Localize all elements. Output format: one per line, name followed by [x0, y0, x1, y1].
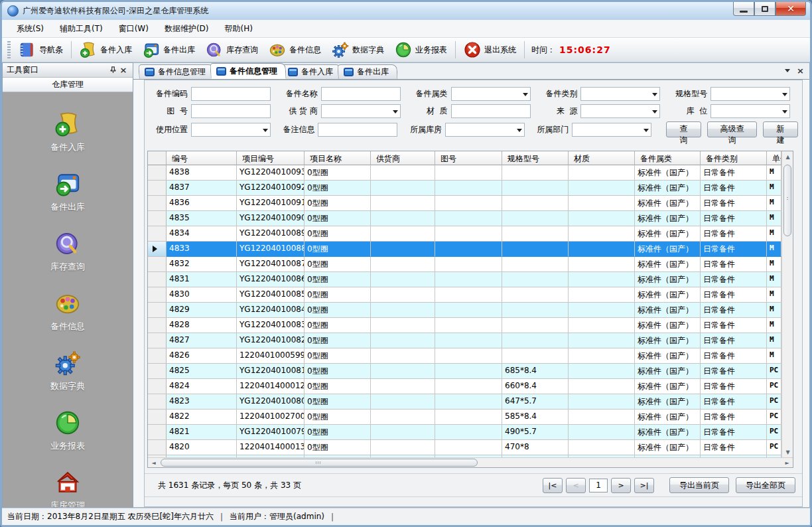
- sidebar-item-parts-inbound[interactable]: 备件入库: [50, 111, 85, 153]
- figure-no-input[interactable]: [191, 104, 271, 118]
- remark-input[interactable]: [318, 123, 397, 137]
- row-selector-cell[interactable]: [148, 196, 167, 211]
- toolbar-parts-info-button[interactable]: 备件信息: [263, 39, 326, 60]
- table-row[interactable]: 4831 YG12204010086 0型圈 标准件（国产） 日常备件 M: [148, 272, 781, 287]
- row-selector-cell[interactable]: [148, 425, 167, 440]
- close-button[interactable]: ✕: [776, 2, 806, 16]
- menu-window[interactable]: 窗口(W): [111, 21, 157, 37]
- sidebar-item-data-dictionary[interactable]: 数据字典: [50, 350, 85, 392]
- table-row[interactable]: 4830 YG12204010085 0型圈 标准件（国产） 日常备件 M: [148, 287, 781, 303]
- row-selector-cell[interactable]: [148, 181, 167, 196]
- new-button[interactable]: 新建: [763, 121, 798, 137]
- column-header-figure-no[interactable]: 图号: [435, 151, 502, 165]
- row-selector-cell[interactable]: [148, 333, 167, 348]
- row-selector-cell[interactable]: [148, 287, 167, 303]
- table-row[interactable]: 4822 1220401002700 0型圈 585*8.4 标准件（国产） 日…: [148, 410, 781, 425]
- column-header-category[interactable]: 备件属类: [635, 151, 701, 165]
- pin-icon[interactable]: [107, 65, 118, 76]
- toolbar-parts-outbound-button[interactable]: 备件出库: [137, 39, 200, 60]
- row-selector-cell[interactable]: [148, 410, 167, 425]
- column-header-unit[interactable]: 单位: [767, 151, 781, 165]
- column-header-supplier[interactable]: 供货商: [371, 151, 435, 165]
- table-row[interactable]: 4832 YG12204010087 0型圈 标准件（国产） 日常备件 M: [148, 257, 781, 272]
- toolbar-data-dictionary-button[interactable]: 数据字典: [326, 39, 389, 60]
- part-type-select[interactable]: [580, 87, 660, 101]
- minimize-button[interactable]: [733, 2, 754, 16]
- sidebar-item-parts-info[interactable]: 备件信息: [50, 290, 85, 333]
- row-selector-cell[interactable]: [148, 257, 167, 272]
- toolbar-business-report-button[interactable]: 业务报表: [389, 39, 452, 60]
- tab-close-icon[interactable]: ×: [797, 66, 804, 75]
- part-name-input[interactable]: [321, 87, 401, 101]
- vertical-scrollbar[interactable]: ▲ ▼: [781, 151, 793, 457]
- sidebar-item-warehouse-manage[interactable]: 库房管理: [50, 469, 85, 507]
- row-selector-cell[interactable]: [148, 242, 167, 257]
- table-row[interactable]: 4821 YG12204010079 0型圈 490*5.7 标准件（国产） 日…: [148, 425, 781, 440]
- column-header-project-name[interactable]: 项目名称: [304, 151, 371, 165]
- advanced-query-button[interactable]: 高级查询: [707, 121, 758, 137]
- horizontal-scrollbar-thumb[interactable]: [161, 459, 478, 467]
- tab-parts-outbound[interactable]: 备件出库: [337, 64, 397, 79]
- use-position-select[interactable]: [191, 123, 271, 137]
- tab-list-dropdown-icon[interactable]: [785, 69, 790, 72]
- table-row[interactable]: 4828 YG12204010083 0型圈 标准件（国产） 日常备件 M: [148, 318, 781, 333]
- part-code-input[interactable]: [191, 87, 271, 101]
- table-row[interactable]: 4835 YG12204010090 0型圈 标准件（国产） 日常备件 M: [148, 211, 781, 226]
- table-row[interactable]: 4833 YG12204010088 0型圈 标准件（国产） 日常备件 M: [148, 242, 781, 257]
- toolbar-exit-button[interactable]: 退出系统: [458, 39, 521, 60]
- table-row[interactable]: 4838 YG12204010093 0型圈 标准件（国产） 日常备件 M: [148, 165, 781, 181]
- table-row[interactable]: 4825 YG12204010081 0型圈 685*8.4 标准件（国产） 日…: [148, 364, 781, 379]
- query-button[interactable]: 查询: [666, 121, 701, 137]
- source-select[interactable]: [580, 104, 660, 118]
- row-selector-cell[interactable]: [148, 318, 167, 333]
- table-row[interactable]: 4836 YG12204010091 0型圈 标准件（国产） 日常备件 M: [148, 196, 781, 211]
- scroll-right-icon[interactable]: ►: [781, 458, 793, 468]
- horizontal-scrollbar[interactable]: ◄ ►: [148, 457, 793, 467]
- scroll-up-icon[interactable]: ▲: [782, 151, 793, 162]
- tab-parts-info-manage-2[interactable]: 备件信息管理: [210, 63, 286, 79]
- table-row[interactable]: 4837 YG12204010092 0型圈 标准件（国产） 日常备件 M: [148, 181, 781, 196]
- row-selector-cell[interactable]: [148, 364, 167, 379]
- toolbar-grip[interactable]: [7, 41, 11, 58]
- export-current-page-button[interactable]: 导出当前页: [669, 477, 729, 493]
- row-selector-cell[interactable]: [148, 440, 167, 455]
- sidebar-item-stock-search[interactable]: 库存查询: [50, 230, 85, 273]
- row-selector-cell[interactable]: [148, 272, 167, 287]
- location-select[interactable]: [710, 104, 790, 118]
- warehouse-select[interactable]: [445, 123, 525, 137]
- page-number-input[interactable]: [589, 479, 608, 492]
- supplier-select[interactable]: [321, 104, 401, 118]
- vertical-scrollbar-thumb[interactable]: [783, 165, 791, 236]
- toolbar-stock-search-button[interactable]: 库存查询: [200, 39, 263, 60]
- sidebar-close-icon[interactable]: ×: [118, 65, 129, 76]
- sidebar-item-business-report[interactable]: 业务报表: [50, 410, 85, 452]
- department-select[interactable]: [572, 123, 651, 137]
- column-header-spec[interactable]: 规格型号: [502, 151, 569, 165]
- table-row[interactable]: 4827 YG12204010082 0型圈 标准件（国产） 日常备件 M: [148, 333, 781, 348]
- sidebar-group-header[interactable]: 仓库管理: [3, 78, 133, 92]
- scroll-down-icon[interactable]: ▼: [782, 447, 793, 457]
- tab-parts-inbound[interactable]: 备件入库: [281, 64, 342, 79]
- first-page-button[interactable]: |<: [543, 478, 563, 493]
- row-selector-cell[interactable]: [148, 379, 167, 394]
- column-header-id[interactable]: 编号: [167, 151, 237, 165]
- menu-help[interactable]: 帮助(H): [217, 21, 261, 37]
- sidebar-item-parts-outbound[interactable]: 备件出库: [50, 171, 85, 213]
- toolbar-navbar-button[interactable]: 导航条: [13, 39, 68, 60]
- table-row[interactable]: 4834 YG12204010089 0型圈 标准件（国产） 日常备件 M: [148, 226, 781, 242]
- table-row[interactable]: 4823 YG12204010080 0型圈 647*5.7 标准件（国产） 日…: [148, 394, 781, 410]
- column-header-material[interactable]: 材质: [569, 151, 635, 165]
- row-selector-cell[interactable]: [148, 303, 167, 318]
- row-selector-cell[interactable]: [148, 211, 167, 226]
- next-page-button[interactable]: >: [611, 478, 631, 493]
- maximize-button[interactable]: [754, 2, 776, 16]
- row-selector-cell[interactable]: [148, 348, 167, 364]
- export-all-pages-button[interactable]: 导出全部页: [736, 477, 795, 493]
- menu-data-maintenance[interactable]: 数据维护(D): [157, 21, 217, 37]
- row-selector-cell[interactable]: [148, 394, 167, 410]
- row-selector-cell[interactable]: [148, 226, 167, 242]
- menu-tools[interactable]: 辅助工具(T): [52, 21, 111, 37]
- menu-system[interactable]: 系统(S): [9, 21, 52, 37]
- toolbar-parts-inbound-button[interactable]: 备件入库: [74, 39, 137, 60]
- table-row[interactable]: 4824 1220401400012 0型圈 660*8.4 标准件（国产） 日…: [148, 379, 781, 394]
